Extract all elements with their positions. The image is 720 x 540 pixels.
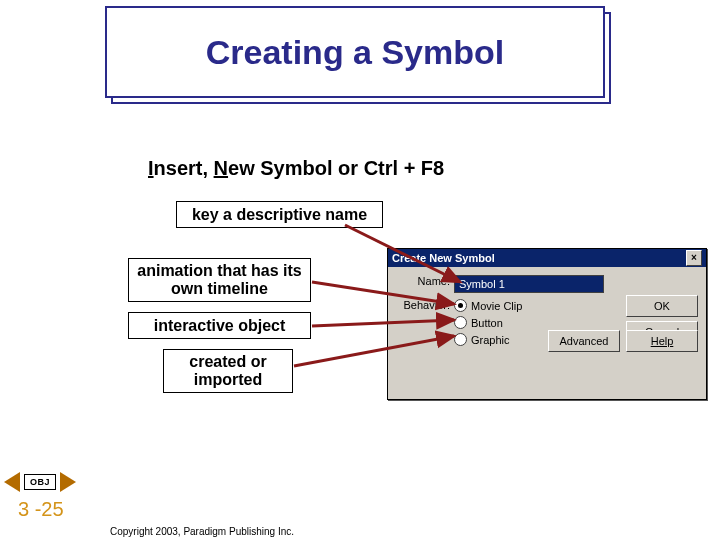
name-field[interactable] bbox=[454, 275, 604, 293]
radio-icon bbox=[454, 299, 467, 312]
copyright-text: Copyright 2003, Paradigm Publishing Inc. bbox=[110, 526, 294, 537]
behavior-label: Behavior: bbox=[396, 299, 454, 311]
dialog-titlebar: Create New Symbol × bbox=[388, 249, 706, 267]
instruction-text: Insert, New Symbol or Ctrl + F8 bbox=[148, 157, 444, 180]
radio-graphic[interactable]: Graphic bbox=[454, 333, 522, 346]
next-slide-icon[interactable] bbox=[60, 472, 76, 492]
close-icon[interactable]: × bbox=[686, 250, 702, 266]
create-symbol-dialog: Create New Symbol × Name: Behavior: Movi… bbox=[387, 248, 707, 400]
radio-icon bbox=[454, 333, 467, 346]
dialog-title: Create New Symbol bbox=[392, 252, 495, 264]
name-label: Name: bbox=[396, 275, 454, 287]
page-number: 3 -25 bbox=[18, 498, 64, 521]
advanced-button[interactable]: Advanced bbox=[548, 330, 620, 352]
title-box: Creating a Symbol bbox=[105, 6, 605, 98]
obj-button[interactable]: OBJ bbox=[24, 474, 56, 490]
ok-button[interactable]: OK bbox=[626, 295, 698, 317]
radio-button[interactable]: Button bbox=[454, 316, 522, 329]
callout-graphic: created or imported bbox=[163, 349, 293, 393]
page-title: Creating a Symbol bbox=[206, 33, 505, 72]
radio-movie-clip[interactable]: Movie Clip bbox=[454, 299, 522, 312]
callout-button: interactive object bbox=[128, 312, 311, 339]
callout-movie-clip: animation that has its own timeline bbox=[128, 258, 311, 302]
radio-icon bbox=[454, 316, 467, 329]
slide-nav: OBJ bbox=[4, 472, 76, 492]
prev-slide-icon[interactable] bbox=[4, 472, 20, 492]
help-button[interactable]: Help bbox=[626, 330, 698, 352]
callout-name: key a descriptive name bbox=[176, 201, 383, 228]
